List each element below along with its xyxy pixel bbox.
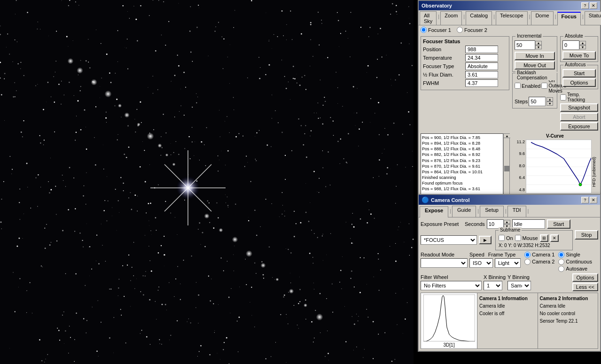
backlash-section: Backlash Compensation Enabled On Outward…	[512, 73, 557, 108]
seconds-up[interactable]: ▲	[504, 220, 510, 224]
move-in-button[interactable]: Move In	[515, 52, 555, 60]
x-binning-label: X Binning	[484, 274, 506, 280]
cam1-status: Camera Idle	[479, 302, 536, 310]
cam2-status: Camera Idle	[540, 302, 596, 310]
focuser-status-group: Focuser Status Position 988 Temperature …	[421, 36, 509, 90]
speed-dropdown[interactable]: ISO	[469, 258, 493, 268]
tab-expose[interactable]: Expose	[420, 206, 448, 217]
incremental-title: Incremental	[515, 33, 543, 39]
readout-dropdown[interactable]	[421, 258, 468, 268]
temp-tracking-label: Temp.Tracking	[567, 92, 585, 102]
starfield	[0, 0, 414, 364]
play-button[interactable]: ►	[479, 236, 492, 244]
tab-tdi[interactable]: TDI	[507, 206, 526, 217]
help-button[interactable]: ?	[581, 2, 589, 9]
tab-guide[interactable]: Guide	[452, 206, 476, 217]
move-out-button[interactable]: Move Out	[515, 61, 555, 70]
filter-dropdown[interactable]: No Filters	[421, 281, 482, 290]
temp-tracking-row: Temp.Tracking	[560, 92, 598, 102]
observatory-titlebar: Observatory ? ✕	[419, 1, 600, 10]
temperature-value: 24.34	[465, 54, 498, 62]
position-row: Position 988	[423, 46, 507, 53]
filter-wheel-label: Filter Wheel	[421, 274, 482, 280]
absolute-down[interactable]: ▼	[579, 45, 586, 49]
backlash-title: Backlash Compensation	[515, 70, 557, 80]
position-value: 988	[465, 46, 498, 53]
tab-telescope[interactable]: Telescope	[496, 11, 528, 25]
camera-close-button[interactable]: ✕	[590, 197, 597, 203]
autofocus-section: Autofocus Start Options	[560, 65, 598, 89]
incremental-input[interactable]	[515, 40, 535, 50]
steps-input[interactable]	[529, 97, 546, 106]
autofocus-options-button[interactable]: Options	[562, 78, 596, 87]
exposure-button[interactable]: Exposure	[560, 122, 598, 131]
camera2-info-panel: Camera 2 Information Camera Idle No cool…	[538, 293, 598, 349]
incremental-section: Incremental ▲ ▼ Move In Move Out	[512, 36, 557, 72]
cam2-sensor-temp: Sensor Temp 22.1	[540, 318, 596, 325]
focuser1-radio[interactable]: Focuser 1	[421, 27, 451, 33]
x-binning-dropdown[interactable]: 1	[484, 281, 502, 290]
observatory-nav-tabs: All Sky | Zoom | Catalog | Telescope | D…	[419, 10, 600, 25]
options-button[interactable]: Options	[572, 273, 598, 282]
close-button[interactable]: ✕	[590, 2, 597, 9]
flux-diam-label: ½ Flux Diam.	[423, 72, 465, 77]
enabled-checkbox[interactable]	[515, 83, 521, 89]
tab-allsky[interactable]: All Sky	[420, 11, 437, 25]
log-scroll-up[interactable]: ▲	[504, 134, 510, 138]
steps-down[interactable]: ▼	[546, 101, 553, 106]
enabled-label: Enabled	[522, 83, 540, 89]
incremental-down[interactable]: ▼	[535, 45, 542, 49]
move-to-button[interactable]: Move To	[562, 51, 596, 60]
stop-button[interactable]: Stop	[575, 230, 598, 240]
steps-spinner: ▲ ▼	[546, 97, 553, 106]
single-radio[interactable]: Single	[558, 252, 592, 258]
tab-catalog[interactable]: Catalog	[466, 11, 492, 25]
fwhm-row: FWHM 4.37	[423, 79, 507, 87]
frame-type-label: Frame Type	[488, 252, 516, 257]
start-button[interactable]: Start	[547, 219, 570, 229]
absolute-up[interactable]: ▲	[579, 41, 586, 45]
preset-dropdown[interactable]: *FOCUS	[421, 235, 477, 245]
camera2-radio[interactable]: Camera 2	[524, 259, 554, 265]
incremental-up[interactable]: ▲	[535, 41, 542, 45]
continuous-radio[interactable]: Continuous	[558, 259, 592, 265]
vcurve-log: Pos = 900, 1/2 Flux Dia. = 7.85Pos = 894…	[421, 133, 503, 204]
on-checkbox[interactable]: On	[499, 235, 513, 241]
vcurve-chart	[526, 139, 592, 194]
autofocus-start-button[interactable]: Start	[562, 69, 596, 77]
camera-help-button[interactable]: ?	[581, 197, 589, 203]
absolute-title: Absolute	[563, 33, 585, 39]
histogram-panel: 3D[1]	[421, 293, 477, 349]
camera1-radio[interactable]: Camera 1	[524, 252, 554, 258]
subframe-icon2[interactable]: ✕	[550, 234, 559, 242]
focuser2-radio[interactable]: Focuser 2	[457, 27, 487, 33]
tab-zoom[interactable]: Zoom	[440, 11, 462, 25]
mouse-checkbox[interactable]: Mouse	[515, 235, 538, 241]
on-outward-checkbox[interactable]	[541, 83, 547, 89]
titlebar-buttons: ? ✕	[581, 2, 597, 9]
temp-tracking-checkbox[interactable]	[560, 94, 566, 101]
tab-cc-setup[interactable]: Setup	[480, 206, 504, 217]
temperature-label: Temperature	[423, 55, 465, 61]
observatory-title: Observatory	[421, 3, 452, 8]
cam2-no-cooler: No cooler control	[540, 310, 596, 318]
tab-focus[interactable]: Focus	[557, 12, 581, 25]
abort-button[interactable]: Abort	[560, 113, 598, 121]
steps-up[interactable]: ▲	[546, 97, 553, 101]
less-button[interactable]: Less <<	[572, 283, 598, 291]
focuser-type-value: Absolute	[465, 62, 498, 70]
subframe-group: Subframe On Mouse ⊞ ✕ X: 0 Y: 0 W:3352 H…	[495, 230, 573, 250]
absolute-input[interactable]	[562, 40, 579, 50]
tab-dome[interactable]: Dome	[531, 11, 553, 25]
frame-type-dropdown[interactable]: Light	[495, 258, 521, 268]
camera1-info-panel: Camera 1 Information Camera Idle Cooler …	[477, 293, 538, 349]
observatory-window: Observatory ? ✕ All Sky | Zoom | Catalog…	[418, 0, 601, 214]
fwhm-label: FWHM	[423, 80, 465, 86]
exposure-preset-label: Exposure Preset	[421, 221, 463, 227]
tab-status[interactable]: Status	[585, 11, 601, 25]
snapshot-button[interactable]: Snapshot	[560, 103, 598, 112]
y-binning-dropdown[interactable]: Same	[507, 281, 531, 290]
subframe-icon1[interactable]: ⊞	[540, 234, 548, 242]
autosave-radio[interactable]: Autosave	[558, 266, 592, 272]
camera-titlebar: 🔵 Camera Control ? ✕	[419, 195, 600, 205]
